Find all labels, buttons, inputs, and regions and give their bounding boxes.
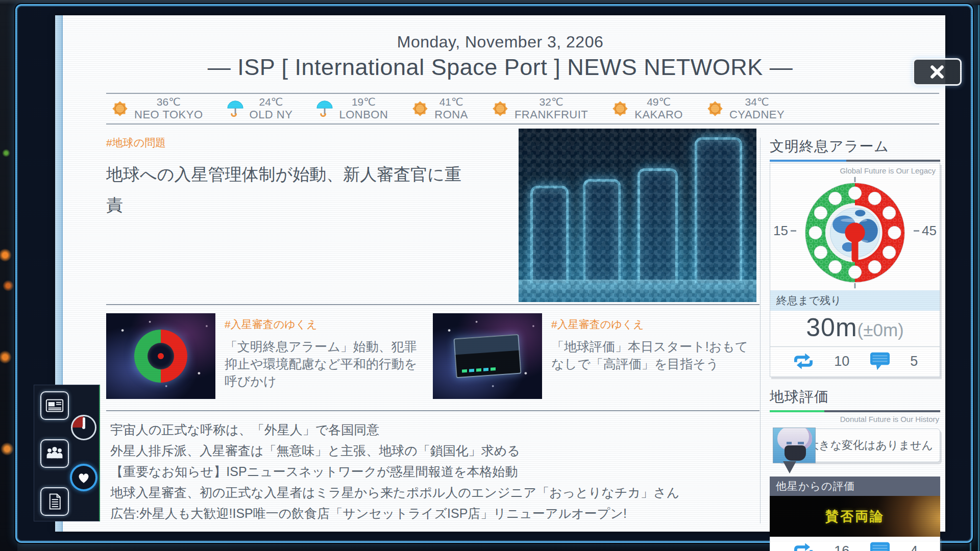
ticker-item[interactable]: 【重要なお知らせ】ISPニュースネットワークが惑星間報道を本格始動 — [110, 461, 758, 482]
weather-temp: 36℃ — [134, 96, 203, 108]
earth-rating-status: 大きな変化はありません — [770, 428, 940, 470]
title-underline — [770, 410, 940, 412]
documents-tab-button[interactable] — [40, 487, 69, 516]
main-article-image[interactable] — [519, 129, 756, 302]
alarm-card: Global Future is Our Legacy — [770, 163, 940, 377]
retweet-icon — [792, 352, 815, 370]
remaining-value: 30m(±0m) — [770, 311, 940, 347]
comment-count: 4 — [910, 543, 918, 551]
tool-panel — [34, 385, 100, 521]
ticker-item[interactable]: 外星人排斥派、入星審査は「無意味」と主張、地球の「鎖国化」求める — [110, 440, 758, 461]
date-heading: Monday, November 3, 2206 — [55, 33, 945, 52]
sub-article[interactable]: #入星審査のゆくえ 「地球評価」本日スタート!おもてなしで「高評価」を目指そう — [433, 313, 760, 399]
ticker-item[interactable]: 地球入星審査、初の正式な入星者はミラ星から来たポポル人のエンジニア「おっとりなチ… — [110, 482, 758, 503]
weather-bar: 36℃ NEO TOKYO 24℃ OLD NY 19℃ LONBON 41℃ … — [106, 93, 939, 124]
alarm-title: 文明終息アラーム — [770, 137, 940, 156]
retweet-count: 10 — [834, 354, 849, 369]
ticker-item[interactable]: 宇宙人の正式な呼称は、「外星人」で各国同意 — [110, 419, 758, 440]
article-tag: #入星審査のゆくえ — [225, 317, 425, 332]
tick-mark — [791, 230, 796, 232]
ticker-item[interactable]: 広告:外星人も大歓迎!ISP唯一の飲食店「サンセットライズISP店」リニューアル… — [110, 503, 758, 524]
news-tab-button[interactable] — [40, 391, 69, 420]
alarm-ring-graphic — [134, 330, 187, 383]
weather-city: OLD NY — [250, 108, 293, 121]
avatar-mask — [785, 445, 806, 461]
weather-city: FRANKFRUIT — [514, 108, 588, 121]
heart-icon — [77, 471, 91, 484]
sub-article-image[interactable] — [106, 313, 215, 399]
device-graphic — [453, 334, 521, 379]
close-icon — [929, 64, 945, 80]
document-icon — [44, 491, 65, 512]
alarm-motto: Global Future is Our Legacy — [770, 163, 940, 175]
ambient-lights-left — [0, 0, 17, 551]
earth-rating-title: 地球評価 — [770, 387, 940, 407]
doomsday-clock-gauge — [798, 176, 912, 290]
umbrella-icon — [315, 99, 334, 118]
weather-item: 41℃ RONA — [410, 96, 468, 121]
sun-icon — [705, 99, 725, 118]
sun-icon — [410, 99, 430, 118]
gauge-min-label: 15 — [773, 223, 796, 239]
gauge-max-label: 45 — [914, 223, 937, 239]
gauge-area: 15 45 — [770, 175, 940, 290]
page-title: — ISP [ International Space Port ] NEWS … — [55, 54, 945, 81]
weather-city: CYADNEY — [729, 108, 785, 121]
retweet-icon — [792, 542, 815, 551]
earth-rating-stats: 16 4 — [770, 537, 940, 551]
article-tag: #入星審査のゆくえ — [551, 317, 751, 332]
weather-item: 24℃ OLD NY — [226, 96, 293, 121]
timer-indicator — [71, 415, 96, 440]
sub-article-text: 「文明終息アラーム」始動、犯罪抑止や環境配慮など平和的行動を呼びかけ — [225, 338, 425, 390]
tick-mark — [914, 230, 919, 232]
close-button[interactable] — [913, 58, 962, 86]
people-icon — [44, 443, 65, 464]
people-tab-button[interactable] — [40, 439, 69, 468]
mosaic-overlay — [519, 129, 756, 302]
earth-rating-motto: Donutal Future is Our History — [771, 415, 939, 423]
sub-article-text: 「地球評価」本日スタート!おもてなしで「高評価」を目指そう — [551, 338, 751, 372]
umbrella-icon — [226, 99, 245, 118]
newspaper-icon — [44, 395, 65, 416]
weather-item: 36℃ NEO TOKYO — [110, 96, 203, 121]
weather-temp: 41℃ — [434, 96, 468, 108]
weather-city: RONA — [434, 108, 468, 121]
divider — [106, 410, 760, 411]
retweet-count: 16 — [834, 543, 849, 551]
bubble-tail — [783, 461, 796, 473]
comment-count: 5 — [910, 354, 918, 369]
weather-temp: 49℃ — [634, 96, 683, 108]
weather-temp: 34℃ — [729, 96, 785, 108]
remaining-header: 終息まで残り — [770, 290, 940, 311]
weather-temp: 32℃ — [514, 96, 588, 108]
weather-temp: 19℃ — [339, 96, 388, 108]
news-ticker: 宇宙人の正式な呼称は、「外星人」で各国同意 外星人排斥派、入星審査は「無意味」と… — [110, 419, 758, 524]
like-button[interactable] — [70, 464, 97, 491]
main-article[interactable]: #地球の問題 地球への入星管理体制が始動、新人審査官に重責 — [106, 136, 474, 220]
verdict-banner: 賛否両論 — [770, 496, 940, 537]
avatar-eyes — [787, 442, 804, 444]
title-underline — [770, 160, 940, 162]
article-tag: #地球の問題 — [106, 136, 474, 150]
remaining-minutes: 30m — [806, 313, 857, 342]
sub-article[interactable]: #入星審査のゆくえ 「文明終息アラーム」始動、犯罪抑止や環境配慮など平和的行動を… — [106, 313, 427, 399]
weather-city: NEO TOKYO — [134, 108, 203, 121]
weather-temp: 24℃ — [250, 96, 293, 108]
weather-item: 32℃ FRANKFRUIT — [491, 96, 588, 121]
news-page: Monday, November 3, 2206 — ISP [ Interna… — [55, 15, 945, 532]
comment-icon — [869, 352, 891, 371]
weather-item: 34℃ CYADNEY — [705, 96, 785, 121]
sidebar: 文明終息アラーム Global Future is Our Legacy — [770, 137, 940, 551]
alarm-stats: 10 5 — [770, 347, 940, 377]
weather-city: KAKARO — [634, 108, 683, 121]
sun-icon — [610, 99, 630, 118]
article-headline: 地球への入星管理体制が始動、新人審査官に重責 — [106, 159, 474, 220]
sun-icon — [110, 99, 130, 118]
sun-icon — [491, 99, 510, 118]
verdict-text: 賛否両論 — [825, 508, 885, 525]
reporter-avatar — [773, 428, 816, 463]
divider — [106, 304, 760, 305]
remaining-delta: (±0m) — [857, 320, 904, 340]
sub-article-image[interactable] — [433, 313, 542, 399]
weather-item: 19℃ LONBON — [315, 96, 388, 121]
